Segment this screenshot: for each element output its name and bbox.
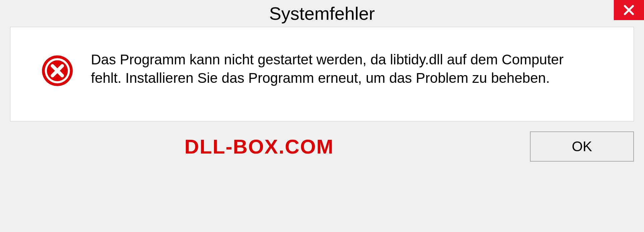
ok-button[interactable]: OK [530,131,634,162]
close-icon [623,4,635,16]
title-bar: Systemfehler [0,0,644,27]
error-icon [41,54,74,88]
error-icon-wrapper [41,54,74,88]
dialog-footer: DLL-BOX.COM OK [0,121,644,172]
close-button[interactable] [614,0,644,20]
error-dialog: Systemfehler Das Programm kann nicht ges… [0,0,644,232]
watermark-text: DLL-BOX.COM [184,135,334,158]
dialog-title: Systemfehler [269,3,375,24]
content-panel: Das Programm kann nicht gestartet werden… [10,27,634,121]
error-message: Das Programm kann nicht gestartet werden… [91,51,617,87]
